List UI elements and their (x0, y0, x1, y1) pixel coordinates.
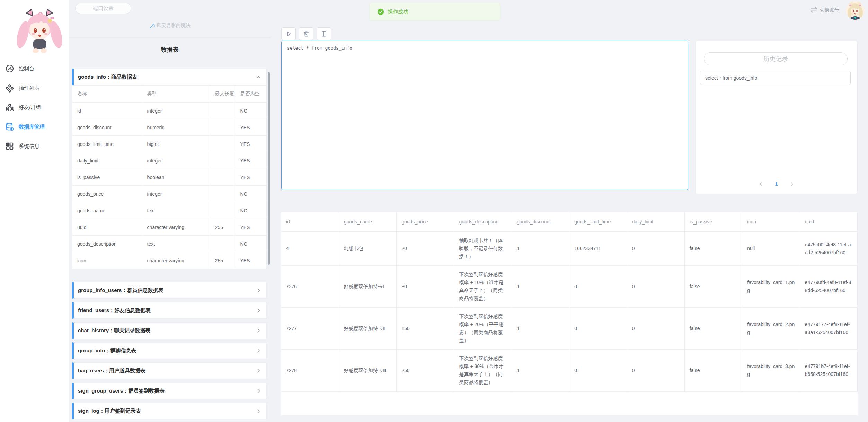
chevron-right-icon (256, 288, 262, 293)
history-list: select * from goods_info (696, 71, 857, 85)
schema-row: goods_discountnumericYES (72, 119, 266, 135)
cell-goods_discount: 1 (512, 266, 569, 308)
column-header-id: id (281, 212, 339, 232)
column-header-goods_name: goods_name (339, 212, 396, 232)
chevron-right-icon (256, 308, 262, 314)
cell-is_passive: false (684, 350, 742, 392)
cell-is_passive: false (684, 266, 742, 308)
play-icon (285, 30, 292, 37)
cell-goods_limit_time: 0 (569, 350, 627, 392)
tables-panel: 端口设置 风灵月影的魔法 数据表 goods_info：商品数据表名称类型最大长… (69, 0, 270, 422)
sidebar-item-label: 系统信息 (19, 143, 39, 150)
table-row: 7278好感度双倍加持卡Ⅲ250下次签到双倍好感度概率 + 30%（金币才是真命… (281, 350, 858, 392)
schema-row: iconcharacter varying255YES (72, 252, 266, 269)
schema-cell: YES (235, 219, 266, 235)
chevron-right-icon (256, 348, 262, 354)
sidebar-item-system-info[interactable]: 系统信息 (0, 137, 69, 156)
schema-cell (210, 202, 236, 219)
sidebar-item-database[interactable]: 数据库管理 (0, 117, 69, 137)
user-avatar[interactable] (846, 1, 865, 20)
scrollbar-thumb[interactable] (268, 72, 270, 265)
history-item[interactable]: select * from goods_info (700, 71, 851, 85)
cell-goods_name: 幻想卡包 (339, 232, 396, 266)
sidebar-item-plugins[interactable]: 插件列表 (0, 78, 69, 98)
plugins-icon (5, 83, 14, 93)
prev-page-button[interactable] (758, 182, 763, 187)
schema-column-header: 是否为空 (235, 86, 266, 102)
cell-uuid: e47791b7-4ef8-11ef-b658-5254007bf160 (800, 350, 857, 392)
run-button[interactable] (281, 27, 296, 40)
port-settings-button[interactable]: 端口设置 (75, 3, 131, 14)
table-card-label: sign_group_users：群员签到数据表 (78, 388, 165, 394)
results-header-row: idgoods_namegoods_pricegoods_description… (281, 212, 858, 232)
cell-goods_discount: 1 (512, 232, 569, 266)
schema-row: goods_descriptiontextNO (72, 235, 266, 252)
sidebar-item-label: 控制台 (19, 65, 34, 72)
switch-account-label[interactable]: 切换账号 (820, 7, 839, 13)
table-card-bag-users[interactable]: bag_users：用户道具数据表 (72, 362, 267, 379)
cell-daily_limit: 0 (627, 266, 684, 308)
schema-column-header: 名称 (72, 86, 142, 102)
schema-cell (210, 119, 236, 135)
schema-cell: id (72, 103, 142, 119)
copy-button[interactable] (317, 27, 331, 40)
schema-cell: integer (142, 103, 210, 119)
sql-editor[interactable]: select * from goods_info (281, 41, 688, 190)
table-card-sign-group-users[interactable]: sign_group_users：群员签到数据表 (72, 383, 267, 399)
schema-row: daily_limitintegerYES (72, 152, 266, 169)
divider (69, 37, 270, 38)
history-pagination: 1 (696, 181, 857, 187)
schema-cell: daily_limit (72, 152, 142, 169)
column-header-uuid: uuid (800, 212, 857, 232)
current-page[interactable]: 1 (775, 181, 778, 187)
schema-cell: NO (235, 236, 266, 252)
schema-row: goods_limit_timebigintYES (72, 135, 266, 152)
sidebar-item-console[interactable]: 控制台 (0, 59, 69, 78)
sidebar-item-label: 好友/群组 (19, 104, 41, 111)
cell-is_passive: false (684, 232, 742, 266)
table-card-group-info-users[interactable]: group_info_users：群员信息数据表 (72, 282, 267, 299)
cell-goods_description: 下次签到双倍好感度概率 + 10%（谁才是真命天子？）（同类商品将覆盖） (454, 266, 512, 308)
clear-button[interactable] (299, 27, 313, 40)
schema-cell: text (142, 236, 210, 252)
magic-label: 风灵月影的魔法 (157, 23, 191, 29)
schema-cell: goods_price (72, 186, 142, 202)
table-card-goods-info[interactable]: goods_info：商品数据表 (72, 69, 267, 85)
column-header-goods_price: goods_price (397, 212, 454, 232)
table-row: 4幻想卡包20抽取幻想卡牌！（体验版，不记录任何数据！）116623347110… (281, 232, 858, 266)
schema-cell: bigint (142, 136, 210, 152)
success-toast: 操作成功 (369, 3, 500, 21)
cell-goods_name: 好感度双倍加持卡Ⅰ (339, 266, 396, 308)
table-card-label: chat_history：聊天记录数据表 (78, 327, 150, 334)
results-table: idgoods_namegoods_pricegoods_description… (281, 212, 858, 392)
tables-list: goods_info：商品数据表名称类型最大长度是否为空idintegerNOg… (72, 69, 267, 422)
cell-daily_limit: 0 (627, 232, 684, 266)
sidebar-item-friends-groups[interactable]: 好友/群组 (0, 98, 69, 117)
cell-goods_limit_time: 1662334711 (569, 232, 627, 266)
database-icon (5, 122, 14, 131)
cell-goods_name: 好感度双倍加持卡Ⅲ (339, 350, 396, 392)
cell-goods_discount: 1 (512, 350, 569, 392)
schema-cell (210, 236, 236, 252)
cell-id: 7278 (281, 350, 339, 392)
sidebar: 控制台插件列表好友/群组数据库管理系统信息 (0, 0, 69, 422)
table-card-friend-users[interactable]: friend_users：好友信息数据表 (72, 302, 267, 319)
sidebar-item-label: 插件列表 (19, 85, 39, 91)
table-card-sign-log[interactable]: sign_log：用户签到记录表 (72, 403, 267, 419)
schema-cell: YES (235, 152, 266, 169)
table-card-group-info[interactable]: group_info：群聊信息表 (72, 342, 267, 359)
cell-icon: favorability_card_2.png (742, 308, 800, 350)
schema-row: uuidcharacter varying255YES (72, 219, 266, 235)
switch-account-icon[interactable] (809, 6, 818, 14)
copy-icon (320, 30, 328, 37)
next-page-button[interactable] (789, 182, 795, 187)
history-title: 历史记录 (704, 52, 848, 65)
schema-row: is_passivebooleanYES (72, 169, 266, 185)
editor-toolbar (281, 27, 331, 40)
schema-cell: NO (235, 103, 266, 119)
chevron-up-icon (256, 74, 262, 80)
cell-is_passive: false (684, 308, 742, 350)
schema-cell: text (142, 202, 210, 219)
table-card-chat-history[interactable]: chat_history：聊天记录数据表 (72, 322, 267, 339)
cell-goods_name: 好感度双倍加持卡Ⅱ (339, 308, 396, 350)
